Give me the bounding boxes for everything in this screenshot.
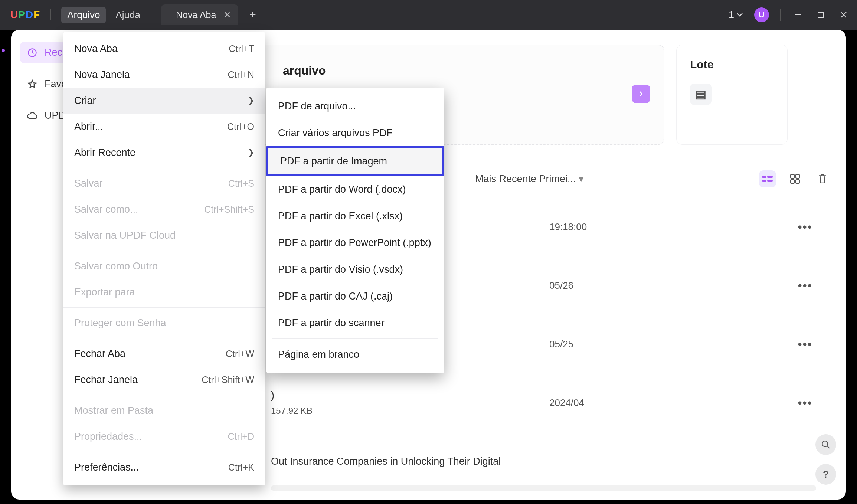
- recent-row[interactable]: Out Insurance Companies in Unlocking The…: [271, 432, 831, 491]
- svg-rect-9: [767, 180, 773, 182]
- search-icon: [821, 440, 831, 449]
- create-submenu-item[interactable]: PDF a partir do Visio (.vsdx): [266, 256, 444, 283]
- menubar-divider: [50, 9, 51, 20]
- window-count-value: 1: [729, 9, 734, 21]
- menu-shortcut: Ctrl+S: [228, 178, 254, 189]
- window-maximize[interactable]: [815, 9, 827, 21]
- create-submenu-item[interactable]: PDF a partir do Word (.docx): [266, 176, 444, 203]
- create-submenu-item[interactable]: PDF a partir do CAJ (.caj): [266, 283, 444, 310]
- menu-shortcut: Ctrl+Shift+S: [204, 204, 254, 215]
- menu-item-label: Abrir...: [74, 121, 103, 132]
- file-menu-item: Proteger com Senha: [63, 310, 265, 336]
- file-menu-item[interactable]: Nova JanelaCtrl+N: [63, 62, 265, 88]
- new-tab-button[interactable]: +: [249, 9, 256, 21]
- file-menu-item: Salvar como Outro: [63, 253, 265, 279]
- svg-point-14: [822, 441, 828, 446]
- file-menu-item[interactable]: Abrir...Ctrl+O: [63, 114, 265, 140]
- trash-button[interactable]: [814, 170, 831, 187]
- sort-label-text: Mais Recente Primei...: [475, 173, 576, 184]
- row-more-button[interactable]: •••: [798, 279, 812, 292]
- menu-item-label: Abrir Recente: [74, 147, 135, 158]
- menu-shortcut: Ctrl+W: [226, 348, 254, 359]
- file-menu-item: Salvar na UPDF Cloud: [63, 222, 265, 248]
- clock-icon: [27, 47, 38, 58]
- recent-row[interactable]: ) 157.92 KB 2024/04 •••: [271, 373, 831, 432]
- file-menu-item[interactable]: Criar❯: [63, 88, 265, 114]
- menu-separator: [63, 338, 265, 338]
- row-more-button[interactable]: •••: [798, 220, 812, 234]
- recent-date: 19:18:00: [549, 221, 587, 233]
- app-logo: UPDF: [10, 9, 40, 21]
- menu-item-label: Salvar na UPDF Cloud: [74, 230, 176, 241]
- window-minimize[interactable]: [792, 9, 804, 21]
- svg-rect-3: [697, 91, 705, 94]
- recent-date: 05/26: [549, 280, 573, 291]
- close-tab-icon[interactable]: ✕: [223, 10, 231, 20]
- menu-item-label: Criar: [74, 95, 96, 107]
- avatar[interactable]: U: [754, 7, 769, 22]
- tab-new[interactable]: Nova Aba ✕: [161, 4, 238, 25]
- window-count[interactable]: 1: [729, 9, 743, 21]
- help-fab[interactable]: ?: [815, 464, 836, 485]
- chevron-down-icon: [736, 13, 743, 17]
- create-submenu-item[interactable]: PDF de arquivo...: [266, 93, 444, 120]
- tab-label: Nova Aba: [176, 10, 216, 20]
- menu-item-label: Exportar para: [74, 287, 135, 298]
- recent-filename: ): [271, 390, 313, 401]
- file-menu-item[interactable]: Fechar JanelaCtrl+Shift+W: [63, 367, 265, 393]
- file-menu-item[interactable]: Nova AbaCtrl+T: [63, 36, 265, 62]
- file-menu-item[interactable]: Fechar AbaCtrl+W: [63, 341, 265, 367]
- view-grid-button[interactable]: [786, 170, 804, 187]
- open-file-go-button[interactable]: [632, 85, 650, 103]
- file-menu-item[interactable]: Preferências...Ctrl+K: [63, 454, 265, 480]
- search-fab[interactable]: [815, 434, 836, 455]
- menu-shortcut: Ctrl+T: [229, 43, 254, 54]
- window-close[interactable]: [838, 9, 850, 21]
- sort-dropdown[interactable]: Mais Recente Primei... ▾: [475, 173, 584, 185]
- svg-line-15: [827, 446, 830, 448]
- recent-filename: Out Insurance Companies in Unlocking The…: [271, 456, 501, 467]
- chevron-right-icon: ❯: [248, 148, 254, 157]
- create-submenu-item[interactable]: PDF a partir do PowerPoint (.pptx): [266, 229, 444, 256]
- caret-down-icon: ▾: [579, 173, 584, 184]
- create-submenu-item[interactable]: PDF a partir do scanner: [266, 310, 444, 336]
- trash-icon: [818, 173, 827, 184]
- menu-item-label: Salvar como Outro: [74, 261, 158, 272]
- recent-date: 05/25: [549, 338, 573, 350]
- file-menu: Nova AbaCtrl+TNova JanelaCtrl+NCriar❯Abr…: [63, 32, 265, 485]
- create-submenu-item[interactable]: PDF a partir do Excel (.xlsx): [266, 203, 444, 229]
- menu-help[interactable]: Ajuda: [109, 7, 146, 23]
- file-menu-item: Propriedades...Ctrl+D: [63, 423, 265, 449]
- menu-item-label: Mostrar em Pasta: [74, 405, 153, 416]
- svg-rect-7: [767, 176, 773, 178]
- chevron-right-icon: ❯: [248, 96, 254, 105]
- view-toggle: [759, 170, 831, 187]
- file-menu-item: SalvarCtrl+S: [63, 170, 265, 196]
- svg-rect-5: [697, 98, 705, 99]
- menu-shortcut: Ctrl+D: [228, 431, 254, 442]
- horizontal-scrollbar[interactable]: [271, 485, 816, 491]
- view-list-button[interactable]: [759, 170, 776, 187]
- row-more-button[interactable]: •••: [798, 396, 812, 410]
- menu-item-label: Nova Janela: [74, 69, 130, 81]
- menu-file[interactable]: Arquivo: [61, 7, 106, 23]
- lote-card[interactable]: Lote: [676, 45, 788, 145]
- menu-shortcut: Ctrl+N: [228, 69, 254, 80]
- menu-item-label: Salvar: [74, 178, 103, 189]
- star-icon: [27, 79, 38, 90]
- menu-item-label: Nova Aba: [74, 43, 118, 55]
- create-submenu-item[interactable]: PDF a partir de Imagem: [266, 146, 444, 176]
- recent-filesize: 157.92 KB: [271, 406, 313, 416]
- menu-separator: [63, 452, 265, 452]
- chevron-right-icon: [638, 91, 644, 97]
- list-icon: [762, 175, 773, 183]
- create-submenu-item[interactable]: Página em branco: [266, 341, 444, 368]
- row-more-button[interactable]: •••: [798, 337, 812, 351]
- cloud-icon: [27, 110, 38, 121]
- svg-rect-10: [791, 174, 794, 178]
- menu-item-label: Fechar Aba: [74, 348, 125, 360]
- create-submenu-item[interactable]: Criar vários arquivos PDF: [266, 120, 444, 146]
- create-submenu: PDF de arquivo...Criar vários arquivos P…: [266, 88, 444, 373]
- sidebar-item-label: UPD: [45, 110, 66, 121]
- file-menu-item[interactable]: Abrir Recente❯: [63, 140, 265, 166]
